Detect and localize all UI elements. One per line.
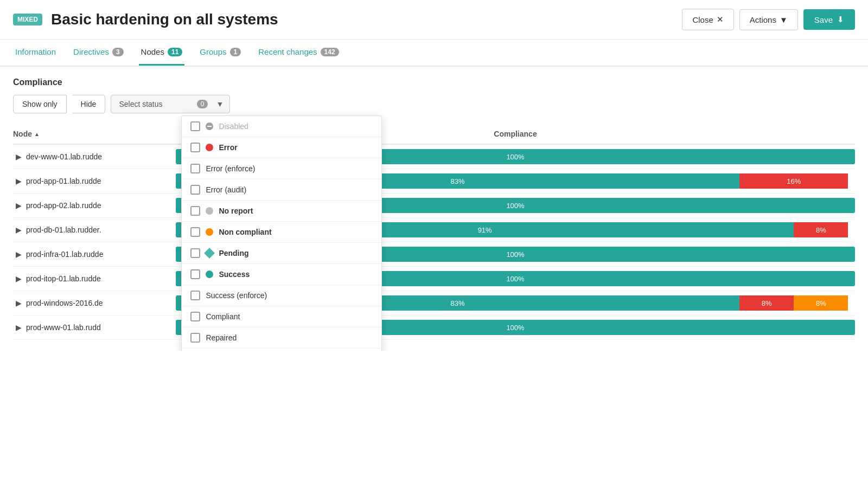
node-name: prod-www-01.lab.rudd <box>26 323 176 332</box>
dropdown-item-repaired[interactable]: Repaired <box>182 327 381 349</box>
bar-error: 8% <box>739 295 794 311</box>
table-row: ▶ prod-windows-2016.de 83% 8% 8% <box>13 291 855 315</box>
checkbox-no-report[interactable] <box>190 206 200 216</box>
dropdown-label-error-enforce: Error (enforce) <box>206 164 255 173</box>
dropdown-item-error-enforce[interactable]: Error (enforce) <box>182 158 381 179</box>
dot-error-icon <box>206 144 213 151</box>
dropdown-label-success: Success <box>219 270 250 279</box>
table-header: Node ▲ Compliance <box>13 124 855 145</box>
chevron-down-icon: ▼ <box>780 15 788 24</box>
bar-error: 8% <box>794 222 848 237</box>
tab-directives[interactable]: Directives 3 <box>71 40 126 66</box>
dropdown-item-disabled[interactable]: Disabled <box>182 116 381 137</box>
dropdown-item-no-report[interactable]: No report <box>182 201 381 222</box>
checkbox-non-compliant[interactable] <box>190 227 200 237</box>
tab-recent-changes[interactable]: Recent changes 142 <box>256 40 341 66</box>
node-name: prod-app-01.lab.rudde <box>26 177 176 185</box>
page-header: Mixed Basic hardening on all systems Clo… <box>0 0 868 40</box>
dropdown-item-compliant[interactable]: Compliant <box>182 306 381 327</box>
dropdown-label-no-report: No report <box>219 207 253 215</box>
row-expand-toggle[interactable]: ▶ <box>13 322 24 333</box>
dropdown-label-non-compliant: Non compliant <box>219 228 271 236</box>
select-status-wrapper: Select status 0 ▼ Disabled <box>111 95 230 113</box>
row-node-col: ▶ prod-infra-01.lab.rudde <box>13 249 176 260</box>
dropdown-label-error-audit: Error (audit) <box>206 185 246 194</box>
dropdown-item-pending[interactable]: Pending <box>182 243 381 264</box>
dot-disabled-icon <box>206 123 213 130</box>
node-name: prod-app-02.lab.rudde <box>26 201 176 210</box>
node-name: dev-www-01.lab.rudde <box>26 152 176 161</box>
checkbox-success-enforce[interactable] <box>190 291 200 300</box>
table-row: ▶ prod-itop-01.lab.rudde 100% <box>13 267 855 291</box>
row-expand-toggle[interactable]: ▶ <box>13 249 24 260</box>
dropdown-item-error-audit[interactable]: Error (audit) <box>182 179 381 201</box>
row-expand-toggle[interactable]: ▶ <box>13 176 24 186</box>
dropdown-item-success-enforce[interactable]: Success (enforce) <box>182 285 381 306</box>
main-content: Compliance Show only Hide Select status … <box>0 67 868 351</box>
dropdown-item-success[interactable]: Success <box>182 264 381 285</box>
filter-row: Show only Hide Select status 0 ▼ Disable… <box>13 95 855 113</box>
table-body: ▶ dev-www-01.lab.rudde 100% ▶ prod-app-0… <box>13 145 855 340</box>
sort-asc-icon[interactable]: ▲ <box>34 131 40 137</box>
row-node-col: ▶ prod-db-01.lab.rudder. <box>13 224 176 235</box>
tab-nodes-badge: 11 <box>168 48 182 56</box>
row-expand-toggle[interactable]: ▶ <box>13 224 24 235</box>
header-actions: Close ✕ Actions ▼ Save ⬇ <box>682 9 855 30</box>
table-row: ▶ dev-www-01.lab.rudde 100% <box>13 145 855 169</box>
node-name: prod-infra-01.lab.rudde <box>26 250 176 259</box>
row-node-col: ▶ prod-itop-01.lab.rudde <box>13 273 176 284</box>
checkbox-pending[interactable] <box>190 248 200 258</box>
table-row: ▶ prod-www-01.lab.rudd 100% <box>13 315 855 340</box>
checkbox-success[interactable] <box>190 269 200 279</box>
row-expand-toggle[interactable]: ▶ <box>13 273 24 284</box>
page-title: Basic hardening on all systems <box>51 11 673 28</box>
row-expand-toggle[interactable]: ▶ <box>13 200 24 211</box>
checkbox-error-audit[interactable] <box>190 185 200 195</box>
tab-directives-badge: 3 <box>112 48 124 56</box>
dropdown-label-disabled: Disabled <box>219 122 248 131</box>
select-status-count: 0 <box>197 100 208 108</box>
checkbox-compliant[interactable] <box>190 312 200 321</box>
tab-information[interactable]: Information <box>13 40 58 66</box>
select-status-label: Select status <box>119 100 162 108</box>
dropdown-scroll-area[interactable]: Disabled Error Error (enforce) <box>182 116 381 351</box>
tab-recent-changes-badge: 142 <box>321 48 339 56</box>
dropdown-item-not-applicable-enforce[interactable]: Not applicable (enforce) <box>182 349 381 351</box>
checkbox-repaired[interactable] <box>190 333 200 343</box>
row-node-col: ▶ prod-app-02.lab.rudde <box>13 200 176 211</box>
save-button[interactable]: Save ⬇ <box>803 9 855 30</box>
download-icon: ⬇ <box>837 15 844 24</box>
close-button[interactable]: Close ✕ <box>682 9 733 30</box>
dropdown-label-error: Error <box>219 143 237 152</box>
dropdown-item-error[interactable]: Error <box>182 137 381 158</box>
tab-nodes[interactable]: Nodes 11 <box>139 40 185 66</box>
select-status-dropdown[interactable]: Select status 0 <box>111 95 230 113</box>
tab-groups-badge: 1 <box>230 48 241 56</box>
mixed-badge: Mixed <box>13 14 42 25</box>
table-row: ▶ prod-infra-01.lab.rudde 100% <box>13 242 855 267</box>
row-expand-toggle[interactable]: ▶ <box>13 151 24 162</box>
dot-no-report-icon <box>206 207 213 215</box>
row-node-col: ▶ prod-app-01.lab.rudde <box>13 176 176 186</box>
dropdown-label-pending: Pending <box>219 249 248 257</box>
row-expand-toggle[interactable]: ▶ <box>13 298 24 308</box>
bar-orange: 8% <box>794 295 848 311</box>
checkbox-disabled[interactable] <box>190 121 200 131</box>
checkbox-error-enforce[interactable] <box>190 164 200 173</box>
bar-error: 16% <box>739 173 848 189</box>
checkbox-error[interactable] <box>190 143 200 152</box>
status-dropdown-menu: Disabled Error Error (enforce) <box>181 115 382 351</box>
show-only-button[interactable]: Show only <box>13 95 67 113</box>
dropdown-item-non-compliant[interactable]: Non compliant <box>182 222 381 243</box>
nodes-table: Node ▲ Compliance ▶ dev-www-01.lab.rudde… <box>13 124 855 340</box>
node-name: prod-db-01.lab.rudder. <box>26 226 176 234</box>
dropdown-label-compliant: Compliant <box>206 312 240 321</box>
dot-pending-icon <box>204 248 215 259</box>
hide-button[interactable]: Hide <box>72 95 106 113</box>
dot-success-icon <box>206 270 213 278</box>
close-icon: ✕ <box>717 15 724 24</box>
tab-groups[interactable]: Groups 1 <box>197 40 243 66</box>
node-name: prod-windows-2016.de <box>26 299 176 307</box>
row-node-col: ▶ prod-www-01.lab.rudd <box>13 322 176 333</box>
actions-button[interactable]: Actions ▼ <box>739 9 798 30</box>
